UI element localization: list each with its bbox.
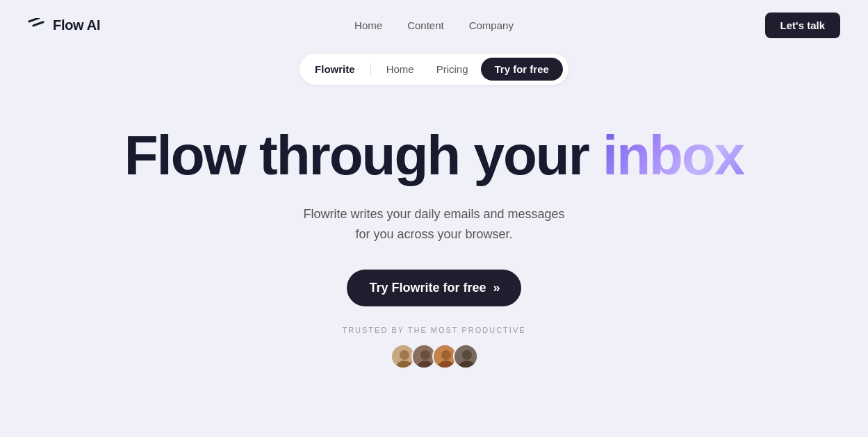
sub-navbar: Flowrite Home Pricing Try for free (0, 53, 868, 85)
hero-cta-chevrons: » (493, 281, 499, 295)
hero-section: Flow through your inbox Flowrite writes … (0, 85, 868, 397)
hero-cta-button[interactable]: Try Flowrite for free » (347, 270, 521, 306)
nav-content[interactable]: Content (407, 19, 444, 31)
hero-title-start: Flow through your (124, 124, 603, 186)
logo[interactable]: Flow AI (28, 17, 100, 33)
hero-cta-label: Try Flowrite for free (369, 281, 486, 295)
logo-icon (28, 18, 47, 33)
svg-point-3 (400, 350, 409, 360)
sub-nav-brand[interactable]: Flowrite (305, 59, 365, 79)
svg-point-9 (441, 350, 451, 360)
hero-subtitle: Flowrite writes your daily emails and me… (295, 204, 573, 245)
lets-talk-button[interactable]: Let's talk (765, 13, 840, 38)
nav-home[interactable]: Home (354, 19, 382, 31)
avatar-group (391, 344, 478, 369)
sub-nav-pill: Flowrite Home Pricing Try for free (300, 53, 568, 85)
trusted-label: TRUSTED BY THE MOST PRODUCTIVE (342, 326, 525, 334)
nav-links: Home Content Company (354, 19, 514, 31)
sub-nav-pricing[interactable]: Pricing (427, 59, 478, 79)
svg-rect-0 (28, 18, 40, 23)
sub-nav-divider (370, 63, 371, 76)
navbar: Flow AI Home Content Company Let's talk (0, 0, 868, 51)
sub-nav-try-free-button[interactable]: Try for free (481, 58, 563, 81)
hero-title-highlight: inbox (603, 124, 744, 186)
sub-nav-home[interactable]: Home (377, 59, 424, 79)
nav-company[interactable]: Company (469, 19, 514, 31)
svg-point-12 (462, 350, 472, 360)
svg-point-6 (420, 350, 430, 360)
hero-title: Flow through your inbox (124, 126, 744, 185)
avatar-4 (453, 344, 478, 369)
svg-rect-1 (32, 20, 44, 26)
logo-text: Flow AI (53, 17, 100, 33)
